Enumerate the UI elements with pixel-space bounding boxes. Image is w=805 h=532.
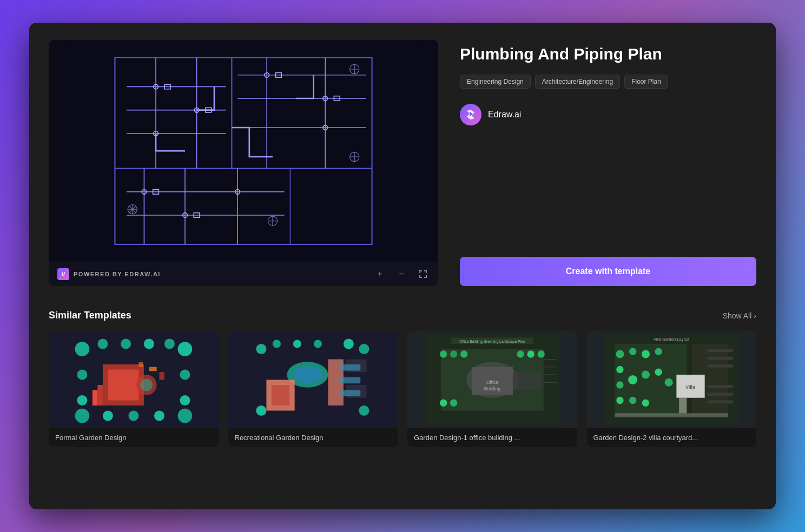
preview-brand: // POWERED BY EDRAW.AI: [57, 268, 161, 280]
svg-rect-134: [708, 349, 734, 352]
svg-point-62: [77, 369, 87, 380]
main-content: // POWERED BY EDRAW.AI + −: [29, 23, 776, 509]
svg-point-64: [75, 409, 89, 423]
svg-point-65: [103, 410, 113, 421]
tag-floor-plan[interactable]: Floor Plan: [624, 75, 668, 89]
svg-point-89: [359, 405, 369, 416]
svg-rect-53: [93, 390, 98, 405]
svg-point-123: [642, 350, 650, 358]
svg-point-121: [616, 350, 624, 358]
info-panel: Plumbing And Piping Plan Engineering Des…: [460, 40, 756, 286]
svg-rect-137: [708, 385, 734, 388]
svg-point-107: [537, 350, 544, 357]
svg-point-55: [97, 338, 108, 349]
svg-point-87: [359, 344, 369, 354]
svg-point-126: [617, 381, 624, 388]
svg-point-66: [128, 410, 138, 421]
preview-panel: // POWERED BY EDRAW.AI + −: [49, 40, 438, 286]
show-all-link[interactable]: Show All ›: [723, 311, 756, 320]
top-section: // POWERED BY EDRAW.AI + −: [49, 40, 756, 286]
svg-point-85: [314, 340, 322, 348]
svg-point-127: [628, 375, 637, 384]
svg-rect-136: [708, 364, 734, 368]
svg-point-103: [450, 350, 457, 357]
template-thumb-3: Villa Garden Layout Villa: [587, 331, 757, 428]
svg-rect-120: [615, 413, 728, 417]
svg-text:Villa Garden Layout: Villa Garden Layout: [654, 337, 690, 342]
svg-point-68: [177, 409, 192, 423]
similar-header: Similar Templates Show All ›: [49, 310, 756, 321]
app-window: // POWERED BY EDRAW.AI + −: [29, 23, 776, 509]
svg-point-122: [629, 348, 636, 355]
author-avatar: [460, 104, 481, 125]
svg-point-130: [665, 378, 673, 387]
svg-point-54: [75, 342, 89, 356]
svg-rect-135: [708, 357, 734, 360]
svg-point-67: [154, 410, 164, 421]
svg-point-63: [77, 395, 87, 405]
svg-point-88: [256, 405, 267, 416]
svg-rect-139: [708, 400, 734, 403]
tag-architecture-engineering[interactable]: Architecture/Engineering: [535, 75, 620, 89]
svg-rect-72: [159, 372, 164, 380]
plumbing-diagram: [68, 40, 419, 262]
svg-point-57: [144, 338, 154, 349]
svg-point-108: [440, 399, 447, 406]
template-thumb-0: [49, 331, 219, 428]
template-card-3[interactable]: Villa Garden Layout Villa: [587, 331, 757, 447]
tag-row: Engineering Design Architecture/Engineer…: [460, 75, 756, 89]
template-card-label-1: Recreational Garden Design: [228, 428, 398, 447]
svg-rect-140: [679, 398, 687, 414]
svg-point-133: [642, 399, 649, 406]
svg-point-106: [527, 350, 534, 357]
zoom-out-button[interactable]: −: [395, 268, 408, 281]
svg-rect-138: [708, 393, 734, 396]
svg-point-132: [629, 397, 636, 404]
svg-rect-92: [340, 390, 361, 396]
preview-controls: + −: [373, 268, 430, 281]
template-card-label-3: Garden Design-2 villa courtyard...: [587, 428, 757, 447]
svg-point-61: [180, 395, 190, 405]
svg-point-76: [293, 367, 322, 383]
svg-text:Office Building Greening Lands: Office Building Greening Landscape Plan: [459, 340, 525, 344]
template-card-2[interactable]: Office Building Greening Landscape Plan …: [407, 331, 577, 447]
svg-rect-91: [340, 377, 361, 383]
svg-point-125: [617, 366, 624, 373]
svg-point-70: [140, 378, 153, 391]
svg-point-83: [273, 340, 281, 348]
svg-text:Building: Building: [484, 385, 501, 391]
brand-logo-icon: //: [57, 268, 69, 280]
svg-point-105: [517, 350, 524, 357]
fullscreen-button[interactable]: [417, 268, 430, 281]
create-template-button[interactable]: Create with template: [460, 257, 756, 286]
template-card-0[interactable]: Formal Garden Design: [49, 331, 219, 447]
svg-point-129: [655, 368, 662, 375]
template-card-label-0: Formal Garden Design: [49, 428, 219, 447]
template-title: Plumbing And Piping Plan: [460, 44, 756, 64]
zoom-in-button[interactable]: +: [373, 268, 386, 281]
svg-point-56: [121, 338, 131, 349]
author-name: Edraw.ai: [488, 110, 521, 119]
tag-engineering-design[interactable]: Engineering Design: [460, 75, 531, 89]
template-card-label-2: Garden Design-1 office building ...: [407, 428, 577, 447]
preview-toolbar: // POWERED BY EDRAW.AI + −: [49, 262, 438, 286]
svg-rect-71: [149, 367, 156, 371]
svg-point-59: [177, 342, 192, 356]
svg-rect-101: [513, 372, 541, 390]
svg-text:Villa: Villa: [686, 384, 696, 390]
svg-rect-52: [97, 385, 103, 405]
similar-templates-title: Similar Templates: [49, 310, 131, 321]
svg-rect-73: [138, 362, 143, 367]
svg-point-102: [440, 350, 447, 357]
svg-rect-90: [340, 364, 361, 370]
svg-point-131: [617, 397, 624, 404]
svg-point-128: [642, 370, 650, 378]
template-grid: Formal Garden Design: [49, 331, 756, 447]
template-thumb-2: Office Building Greening Landscape Plan …: [407, 331, 577, 428]
svg-rect-116: [615, 344, 687, 416]
svg-rect-0: [68, 40, 419, 262]
similar-section: Similar Templates Show All ›: [49, 310, 756, 447]
brand-text-label: POWERED BY EDRAW.AI: [74, 271, 161, 277]
template-card-1[interactable]: Recreational Garden Design: [228, 331, 398, 447]
svg-point-84: [293, 340, 301, 348]
